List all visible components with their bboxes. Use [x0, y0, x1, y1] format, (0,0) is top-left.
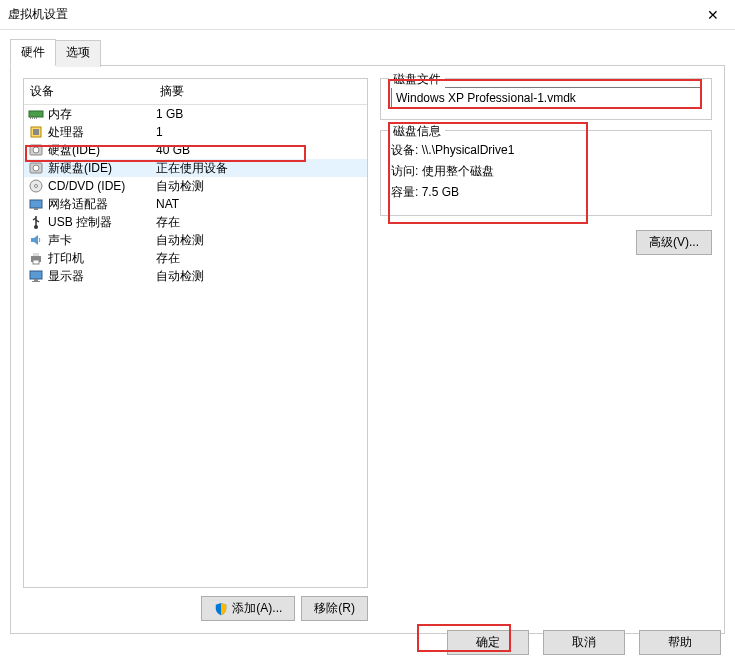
- add-button[interactable]: 添加(A)...: [201, 596, 295, 621]
- shield-icon: [214, 602, 228, 616]
- device-row[interactable]: 打印机存在: [24, 249, 367, 267]
- header-device[interactable]: 设备: [24, 79, 154, 104]
- device-row[interactable]: 处理器1: [24, 123, 367, 141]
- svg-rect-14: [34, 208, 38, 210]
- info-capacity: 容量: 7.5 GB: [391, 183, 701, 202]
- svg-point-8: [33, 147, 39, 153]
- sound-icon: [28, 232, 44, 248]
- device-name: 处理器: [48, 124, 156, 141]
- svg-rect-13: [30, 200, 42, 208]
- device-row[interactable]: 新硬盘(IDE)正在使用设备: [24, 159, 367, 177]
- device-row[interactable]: 显示器自动检测: [24, 267, 367, 285]
- svg-rect-1: [30, 117, 31, 119]
- device-row[interactable]: 声卡自动检测: [24, 231, 367, 249]
- device-summary: 40 GB: [156, 143, 363, 157]
- device-list-header: 设备 摘要: [24, 79, 367, 105]
- svg-rect-19: [30, 271, 42, 279]
- disk-file-input[interactable]: [391, 87, 701, 109]
- window-title: 虚拟机设置: [8, 6, 690, 23]
- device-name: 打印机: [48, 250, 156, 267]
- printer-icon: [28, 250, 44, 266]
- device-name: CD/DVD (IDE): [48, 179, 156, 193]
- ok-button[interactable]: 确定: [447, 630, 529, 655]
- add-button-label: 添加(A)...: [232, 600, 282, 617]
- svg-rect-2: [32, 117, 33, 119]
- header-summary[interactable]: 摘要: [154, 79, 367, 104]
- svg-rect-18: [33, 260, 39, 264]
- device-name: 声卡: [48, 232, 156, 249]
- memory-icon: [28, 106, 44, 122]
- svg-rect-20: [34, 279, 38, 281]
- device-summary: 正在使用设备: [156, 160, 363, 177]
- close-icon[interactable]: ✕: [690, 0, 735, 30]
- device-name: 显示器: [48, 268, 156, 285]
- svg-rect-0: [29, 111, 43, 117]
- svg-rect-3: [34, 117, 35, 119]
- svg-point-10: [33, 165, 39, 171]
- advanced-button[interactable]: 高级(V)...: [636, 230, 712, 255]
- net-icon: [28, 196, 44, 212]
- tab-hardware[interactable]: 硬件: [10, 39, 56, 66]
- device-name: 内存: [48, 106, 156, 123]
- device-list: 设备 摘要 内存1 GB处理器1硬盘(IDE)40 GB新硬盘(IDE)正在使用…: [23, 78, 368, 588]
- svg-rect-17: [33, 253, 39, 256]
- svg-rect-4: [36, 117, 37, 119]
- device-name: USB 控制器: [48, 214, 156, 231]
- disk-file-group: 磁盘文件: [380, 78, 712, 120]
- tab-options[interactable]: 选项: [56, 40, 101, 67]
- device-summary: 自动检测: [156, 268, 363, 285]
- device-name: 硬盘(IDE): [48, 142, 156, 159]
- svg-rect-6: [33, 129, 39, 135]
- help-button[interactable]: 帮助: [639, 630, 721, 655]
- display-icon: [28, 268, 44, 284]
- cancel-button[interactable]: 取消: [543, 630, 625, 655]
- device-row[interactable]: 硬盘(IDE)40 GB: [24, 141, 367, 159]
- disk-info-legend: 磁盘信息: [389, 123, 445, 140]
- device-summary: NAT: [156, 197, 363, 211]
- disk-icon: [28, 160, 44, 176]
- device-row[interactable]: USB 控制器存在: [24, 213, 367, 231]
- svg-point-12: [35, 185, 38, 188]
- device-summary: 存在: [156, 250, 363, 267]
- usb-icon: [28, 214, 44, 230]
- info-device: 设备: \\.\PhysicalDrive1: [391, 141, 701, 160]
- device-summary: 自动检测: [156, 178, 363, 195]
- device-summary: 1: [156, 125, 363, 139]
- device-row[interactable]: 网络适配器NAT: [24, 195, 367, 213]
- disk-icon: [28, 142, 44, 158]
- cd-icon: [28, 178, 44, 194]
- svg-point-15: [34, 225, 38, 229]
- disk-file-legend: 磁盘文件: [389, 71, 445, 88]
- remove-button[interactable]: 移除(R): [301, 596, 368, 621]
- device-summary: 存在: [156, 214, 363, 231]
- device-name: 新硬盘(IDE): [48, 160, 156, 177]
- device-row[interactable]: CD/DVD (IDE)自动检测: [24, 177, 367, 195]
- device-name: 网络适配器: [48, 196, 156, 213]
- info-access: 访问: 使用整个磁盘: [391, 162, 701, 181]
- device-summary: 自动检测: [156, 232, 363, 249]
- device-row[interactable]: 内存1 GB: [24, 105, 367, 123]
- cpu-icon: [28, 124, 44, 140]
- disk-info-group: 磁盘信息 设备: \\.\PhysicalDrive1 访问: 使用整个磁盘 容…: [380, 130, 712, 216]
- device-summary: 1 GB: [156, 107, 363, 121]
- svg-rect-21: [32, 281, 40, 282]
